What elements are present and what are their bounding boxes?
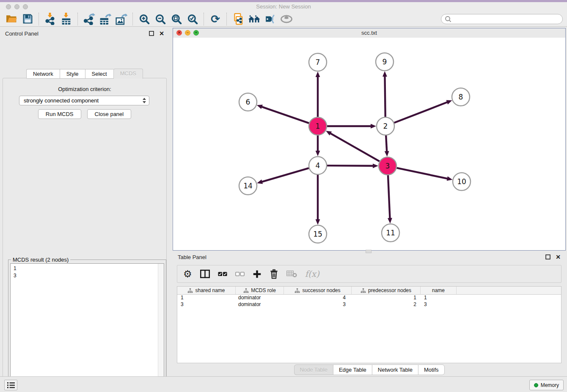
zoom-selected-button[interactable] bbox=[184, 12, 201, 26]
copy-network-view-button[interactable] bbox=[230, 12, 246, 26]
import-network-button[interactable] bbox=[42, 12, 58, 26]
graph-edge-2-9[interactable] bbox=[385, 75, 385, 117]
table-row[interactable]: 3 dominator 3 2 3 bbox=[177, 301, 561, 308]
select-all-checkboxes-icon[interactable] bbox=[218, 272, 227, 276]
graph-node-label-7: 7 bbox=[316, 58, 320, 66]
control-panel-tabs: Network Style Select MCDS bbox=[0, 69, 169, 79]
float-panel-icon[interactable] bbox=[149, 31, 154, 36]
control-panel: Control Panel ✕ Network Style Select MCD… bbox=[0, 28, 169, 373]
zoom-out-button[interactable] bbox=[152, 12, 168, 26]
eye-icon bbox=[280, 15, 293, 23]
search-input[interactable] bbox=[451, 15, 562, 23]
add-row-icon[interactable] bbox=[253, 270, 261, 279]
tab-select[interactable]: Select bbox=[85, 69, 113, 79]
graph-edge-1-6[interactable] bbox=[261, 106, 309, 123]
home-button[interactable] bbox=[246, 12, 262, 26]
export-network-icon bbox=[83, 13, 95, 25]
network-window-titlebar[interactable]: ✕ − + scc.txt bbox=[173, 28, 565, 38]
optimization-criterion-value: strongly connected component bbox=[24, 97, 99, 104]
task-history-button[interactable] bbox=[4, 380, 17, 390]
node-table[interactable]: shared name MCDS role successor nodes bbox=[177, 286, 561, 363]
graph[interactable]: 7968124314101511 bbox=[173, 38, 565, 250]
zoom-fit-button[interactable] bbox=[168, 12, 184, 26]
zoom-out-icon bbox=[155, 14, 166, 25]
delete-row-trash-icon[interactable] bbox=[270, 269, 278, 279]
graph-node-label-15: 15 bbox=[313, 230, 322, 238]
graph-edge-4-14[interactable] bbox=[261, 168, 309, 182]
zoom-selected-icon bbox=[187, 14, 198, 25]
zoom-in-button[interactable] bbox=[136, 12, 152, 26]
refresh-button[interactable]: ⟳ bbox=[207, 12, 223, 26]
optimization-criterion-select[interactable]: strongly connected component bbox=[19, 96, 149, 105]
tab-network-table[interactable]: Network Table bbox=[372, 364, 418, 375]
graph-edge-3-10[interactable] bbox=[397, 168, 449, 179]
network-canvas[interactable]: 7968124314101511 bbox=[173, 38, 565, 250]
settings-gear-icon[interactable]: ⚙ bbox=[183, 269, 192, 279]
toolbar-separator bbox=[132, 13, 133, 25]
home-houses-icon bbox=[248, 14, 260, 23]
import-table-button[interactable] bbox=[58, 12, 74, 26]
column-header-name[interactable]: name bbox=[421, 287, 457, 294]
columns-icon[interactable] bbox=[200, 270, 210, 278]
mcds-result-title: MCDS result (2 nodes) bbox=[11, 257, 70, 263]
tab-mcds[interactable]: MCDS bbox=[113, 69, 143, 79]
close-panel-button[interactable]: Close panel bbox=[87, 109, 132, 119]
tab-network[interactable]: Network bbox=[26, 69, 60, 79]
show-hide-button[interactable] bbox=[278, 12, 295, 26]
table-panel-title: Table Panel bbox=[178, 254, 206, 260]
search-box[interactable] bbox=[441, 14, 563, 24]
memory-button[interactable]: Memory bbox=[529, 380, 564, 390]
delete-table-icon[interactable] bbox=[286, 270, 297, 278]
graph-edge-3-1[interactable] bbox=[330, 133, 380, 161]
tab-motifs[interactable]: Motifs bbox=[418, 364, 445, 375]
function-builder-icon[interactable]: f(x) bbox=[305, 269, 319, 279]
graph-edge-4-3[interactable] bbox=[327, 166, 374, 166]
save-session-button[interactable] bbox=[19, 12, 36, 26]
arrowhead-icon bbox=[371, 124, 376, 129]
column-header-successor-nodes[interactable]: successor nodes bbox=[284, 287, 352, 294]
select-stepper-icon bbox=[143, 98, 146, 103]
export-network-button[interactable] bbox=[81, 12, 97, 26]
import-table-icon bbox=[61, 13, 72, 25]
graph-edge-3-11[interactable] bbox=[388, 175, 390, 219]
deselect-all-checkboxes-icon[interactable] bbox=[235, 272, 245, 276]
arrowhead-icon bbox=[257, 105, 263, 109]
arrowhead-icon bbox=[316, 151, 320, 156]
save-icon bbox=[22, 14, 33, 24]
graph-node-label-10: 10 bbox=[457, 177, 466, 186]
close-panel-icon[interactable]: ✕ bbox=[556, 254, 561, 260]
open-folder-icon bbox=[6, 14, 17, 24]
graph-edge-2-8[interactable] bbox=[394, 102, 449, 123]
run-mcds-button[interactable]: Run MCDS bbox=[38, 109, 81, 119]
tab-node-table[interactable]: Node Table bbox=[294, 364, 333, 375]
window-title: Session: New Session bbox=[0, 3, 567, 10]
mcds-result-textarea[interactable]: 1 3 bbox=[10, 263, 164, 392]
arrowhead-icon bbox=[373, 163, 378, 168]
export-table-button[interactable] bbox=[97, 12, 113, 26]
mcds-panel: Optimization criterion: strongly connect… bbox=[3, 78, 167, 392]
export-image-button[interactable] bbox=[113, 12, 129, 26]
column-header-mcds-role[interactable]: MCDS role bbox=[236, 287, 284, 294]
arrowhead-icon bbox=[446, 100, 452, 105]
open-session-button[interactable] bbox=[3, 12, 19, 26]
graph-edge-2-3[interactable] bbox=[386, 135, 387, 152]
network-window-title: scc.txt bbox=[173, 30, 565, 36]
tab-edge-table[interactable]: Edge Table bbox=[333, 364, 372, 375]
graph-node-label-6: 6 bbox=[246, 98, 250, 106]
result-scrollbar[interactable] bbox=[158, 264, 164, 392]
label-visibility-button[interactable] bbox=[262, 12, 278, 26]
application-window: Session: New Session bbox=[0, 0, 567, 392]
graph-node-label-8: 8 bbox=[459, 93, 463, 101]
table-panel: Table Panel ✕ ⚙ bbox=[173, 252, 566, 376]
column-header-shared-name[interactable]: shared name bbox=[177, 287, 236, 294]
toolbar-separator bbox=[226, 13, 227, 25]
tab-style[interactable]: Style bbox=[60, 69, 85, 79]
table-row[interactable]: 1 dominator 4 1 1 bbox=[177, 295, 561, 301]
export-image-icon bbox=[116, 13, 127, 25]
graph-node-label-14: 14 bbox=[243, 182, 253, 190]
toolbar-separator bbox=[77, 13, 78, 25]
float-panel-icon[interactable] bbox=[545, 254, 550, 259]
column-header-predecessor-nodes[interactable]: predecessor nodes bbox=[352, 287, 421, 294]
label-slash-icon bbox=[265, 14, 276, 24]
close-panel-icon[interactable]: ✕ bbox=[159, 30, 164, 36]
